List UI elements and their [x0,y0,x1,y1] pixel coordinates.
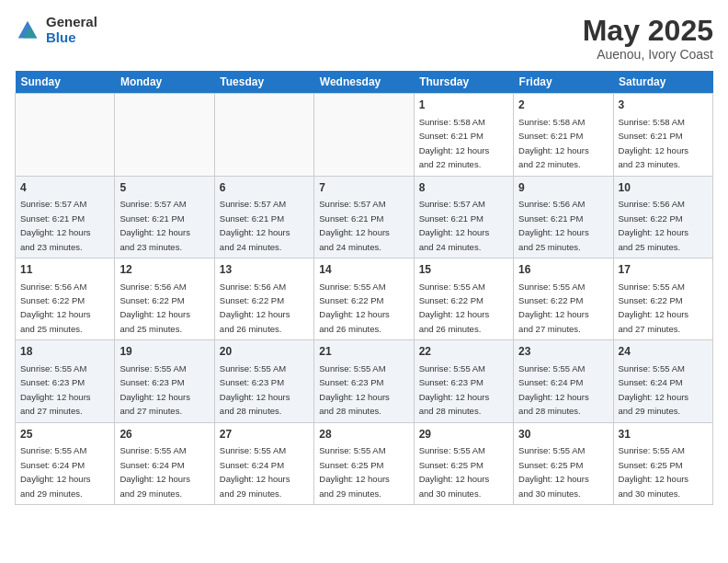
day-cell-28: 28Sunrise: 5:55 AMSunset: 6:25 PMDayligh… [314,422,414,504]
day-info: Sunrise: 5:55 AMSunset: 6:22 PMDaylight:… [419,282,490,334]
day-info: Sunrise: 5:55 AMSunset: 6:24 PMDaylight:… [220,445,290,498]
day-info: Sunrise: 5:56 AMSunset: 6:22 PMDaylight:… [20,282,91,334]
day-number: 10 [619,180,708,196]
logo-blue-text: Blue [46,30,97,46]
day-cell-1: 1Sunrise: 5:58 AMSunset: 6:21 PMDaylight… [414,94,513,176]
day-cell-12: 12Sunrise: 5:56 AMSunset: 6:22 PMDayligh… [115,258,214,339]
day-info: Sunrise: 5:58 AMSunset: 6:21 PMDaylight:… [619,117,689,169]
day-cell-7: 7Sunrise: 5:57 AMSunset: 6:21 PMDaylight… [314,176,414,258]
day-number: 22 [419,344,508,360]
day-number: 4 [20,180,109,196]
day-info: Sunrise: 5:55 AMSunset: 6:24 PMDaylight:… [619,363,689,416]
day-cell-15: 15Sunrise: 5:55 AMSunset: 6:22 PMDayligh… [414,258,513,339]
day-header-monday: Monday [115,71,214,94]
days-header-row: SundayMondayTuesdayWednesdayThursdayFrid… [16,71,713,94]
day-number: 30 [518,427,608,442]
day-header-saturday: Saturday [613,71,712,94]
day-info: Sunrise: 5:56 AMSunset: 6:22 PMDaylight:… [619,199,689,251]
day-number: 1 [419,98,508,113]
day-info: Sunrise: 5:55 AMSunset: 6:25 PMDaylight:… [319,445,390,498]
day-header-sunday: Sunday [16,71,115,94]
day-number: 16 [518,262,608,278]
day-info: Sunrise: 5:58 AMSunset: 6:21 PMDaylight:… [419,117,490,169]
day-cell-2: 2Sunrise: 5:58 AMSunset: 6:21 PMDaylight… [514,94,613,176]
day-cell-18: 18Sunrise: 5:55 AMSunset: 6:23 PMDayligh… [16,340,115,422]
day-number: 29 [419,427,508,442]
day-number: 21 [319,344,408,360]
day-number: 26 [119,427,209,442]
day-cell-31: 31Sunrise: 5:55 AMSunset: 6:25 PMDayligh… [613,422,712,504]
empty-cell [314,94,414,176]
day-info: Sunrise: 5:55 AMSunset: 6:25 PMDaylight:… [419,445,490,498]
day-info: Sunrise: 5:55 AMSunset: 6:23 PMDaylight:… [119,363,190,416]
day-info: Sunrise: 5:57 AMSunset: 6:21 PMDaylight:… [220,199,290,251]
day-cell-22: 22Sunrise: 5:55 AMSunset: 6:23 PMDayligh… [414,340,513,422]
day-info: Sunrise: 5:55 AMSunset: 6:23 PMDaylight:… [319,363,390,416]
day-cell-14: 14Sunrise: 5:55 AMSunset: 6:22 PMDayligh… [314,258,414,339]
day-info: Sunrise: 5:57 AMSunset: 6:21 PMDaylight:… [119,199,190,251]
day-info: Sunrise: 5:55 AMSunset: 6:24 PMDaylight:… [119,445,190,498]
day-cell-4: 4Sunrise: 5:57 AMSunset: 6:21 PMDaylight… [16,176,115,258]
day-info: Sunrise: 5:55 AMSunset: 6:22 PMDaylight:… [319,282,390,334]
day-number: 14 [319,262,408,278]
day-cell-17: 17Sunrise: 5:55 AMSunset: 6:22 PMDayligh… [613,258,712,339]
page-header: General Blue May 2025 Auenou, Ivory Coas… [15,15,713,62]
week-row-4: 18Sunrise: 5:55 AMSunset: 6:23 PMDayligh… [16,340,713,422]
day-number: 27 [220,427,309,442]
day-number: 28 [319,427,408,442]
day-cell-3: 3Sunrise: 5:58 AMSunset: 6:21 PMDaylight… [613,94,712,176]
day-number: 5 [119,180,209,196]
day-cell-23: 23Sunrise: 5:55 AMSunset: 6:24 PMDayligh… [514,340,613,422]
day-header-tuesday: Tuesday [214,71,313,94]
day-cell-10: 10Sunrise: 5:56 AMSunset: 6:22 PMDayligh… [613,176,712,258]
day-info: Sunrise: 5:55 AMSunset: 6:22 PMDaylight:… [518,282,589,334]
day-number: 31 [619,427,708,442]
empty-cell [214,94,313,176]
week-row-1: 1Sunrise: 5:58 AMSunset: 6:21 PMDaylight… [16,94,713,176]
day-number: 2 [518,98,608,113]
day-info: Sunrise: 5:55 AMSunset: 6:22 PMDaylight:… [619,282,689,334]
day-number: 24 [619,344,708,360]
day-number: 9 [518,180,608,196]
day-cell-24: 24Sunrise: 5:55 AMSunset: 6:24 PMDayligh… [613,340,712,422]
day-cell-11: 11Sunrise: 5:56 AMSunset: 6:22 PMDayligh… [16,258,115,339]
logo: General Blue [15,15,97,45]
day-header-thursday: Thursday [414,71,513,94]
day-info: Sunrise: 5:55 AMSunset: 6:25 PMDaylight:… [518,445,589,498]
logo-general-text: General [46,15,97,30]
calendar-title: May 2025 [583,15,713,47]
day-cell-25: 25Sunrise: 5:55 AMSunset: 6:24 PMDayligh… [16,422,115,504]
empty-cell [16,94,115,176]
day-info: Sunrise: 5:55 AMSunset: 6:24 PMDaylight:… [20,445,91,498]
day-number: 15 [419,262,508,278]
day-cell-27: 27Sunrise: 5:55 AMSunset: 6:24 PMDayligh… [214,422,313,504]
day-info: Sunrise: 5:57 AMSunset: 6:21 PMDaylight:… [319,199,390,251]
day-number: 7 [319,180,408,196]
day-cell-19: 19Sunrise: 5:55 AMSunset: 6:23 PMDayligh… [115,340,214,422]
day-cell-30: 30Sunrise: 5:55 AMSunset: 6:25 PMDayligh… [514,422,613,504]
day-info: Sunrise: 5:55 AMSunset: 6:23 PMDaylight:… [419,363,490,416]
day-number: 11 [20,262,109,278]
day-info: Sunrise: 5:57 AMSunset: 6:21 PMDaylight:… [419,199,490,251]
day-info: Sunrise: 5:56 AMSunset: 6:22 PMDaylight:… [220,282,290,334]
day-cell-29: 29Sunrise: 5:55 AMSunset: 6:25 PMDayligh… [414,422,513,504]
day-number: 25 [20,427,109,442]
day-cell-26: 26Sunrise: 5:55 AMSunset: 6:24 PMDayligh… [115,422,214,504]
day-cell-21: 21Sunrise: 5:55 AMSunset: 6:23 PMDayligh… [314,340,414,422]
day-cell-8: 8Sunrise: 5:57 AMSunset: 6:21 PMDaylight… [414,176,513,258]
week-row-2: 4Sunrise: 5:57 AMSunset: 6:21 PMDaylight… [16,176,713,258]
day-cell-5: 5Sunrise: 5:57 AMSunset: 6:21 PMDaylight… [115,176,214,258]
day-number: 23 [518,344,608,360]
day-cell-16: 16Sunrise: 5:55 AMSunset: 6:22 PMDayligh… [514,258,613,339]
day-number: 18 [20,344,109,360]
calendar-subtitle: Auenou, Ivory Coast [583,47,713,62]
day-info: Sunrise: 5:57 AMSunset: 6:21 PMDaylight:… [20,199,91,251]
day-header-friday: Friday [514,71,613,94]
empty-cell [115,94,214,176]
day-number: 17 [619,262,708,278]
calendar-table: SundayMondayTuesdayWednesdayThursdayFrid… [15,71,713,505]
week-row-3: 11Sunrise: 5:56 AMSunset: 6:22 PMDayligh… [16,258,713,339]
day-info: Sunrise: 5:55 AMSunset: 6:23 PMDaylight:… [20,363,91,416]
logo-icon [15,17,40,43]
day-number: 13 [220,262,309,278]
